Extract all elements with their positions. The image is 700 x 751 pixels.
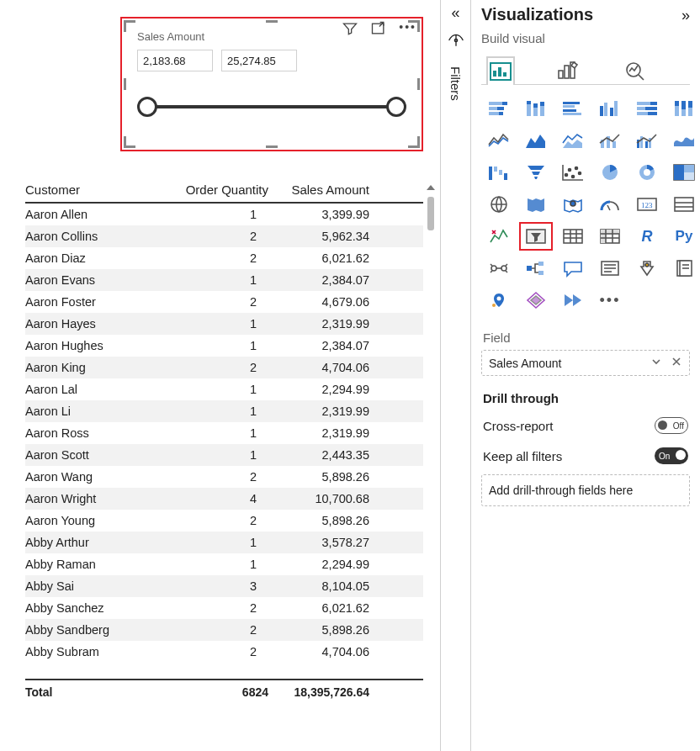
resize-handle[interactable] — [266, 145, 278, 148]
viz-line-clustered-column-icon[interactable] — [633, 129, 661, 152]
table-cell: 6,021.62 — [273, 251, 374, 265]
drill-through-drop-target[interactable]: Add drill-through fields here — [481, 474, 690, 506]
slicer-min-input[interactable] — [137, 50, 213, 71]
svg-rect-13 — [497, 107, 504, 110]
viz-stacked-column-icon[interactable] — [522, 97, 550, 120]
expand-right-icon[interactable]: » — [681, 8, 690, 23]
viz-more-icon[interactable]: ••• — [596, 288, 624, 312]
viz-table-icon[interactable] — [559, 225, 587, 248]
table-row[interactable]: Aaron Hayes12,319.99 — [25, 313, 423, 335]
slider-handle-min[interactable] — [137, 97, 157, 117]
viz-key-influencers-icon[interactable] — [485, 257, 513, 280]
viz-matrix-icon[interactable] — [596, 225, 624, 248]
table-row[interactable]: Aaron Ross12,319.99 — [25, 422, 423, 444]
slicer-visual[interactable]: Sales Amount — [120, 17, 423, 151]
viz-area-icon[interactable] — [522, 129, 550, 152]
table-row[interactable]: Aaron Wang25,898.26 — [25, 466, 423, 488]
column-header-order-quantity[interactable]: Order Quantity — [172, 182, 273, 197]
resize-handle[interactable] — [124, 78, 126, 90]
show-hide-pane-icon[interactable] — [448, 32, 464, 51]
viz-arcgis-icon[interactable] — [485, 288, 513, 312]
viz-ribbon-icon[interactable] — [670, 129, 698, 152]
viz-line-icon[interactable] — [485, 129, 513, 152]
viz-filled-map-icon[interactable] — [522, 193, 550, 216]
table-row[interactable]: Abby Subram24,704.06 — [25, 641, 423, 663]
viz-100-stacked-bar-icon[interactable] — [633, 97, 661, 120]
report-canvas[interactable]: ••• Sales Amount — [0, 0, 441, 751]
range-slider[interactable] — [147, 90, 396, 124]
scrollbar[interactable] — [427, 185, 435, 668]
viz-gauge-icon[interactable] — [596, 193, 624, 216]
column-header-customer[interactable]: Customer — [25, 182, 172, 197]
table-row[interactable]: Aaron Allen13,399.99 — [25, 204, 423, 225]
viz-pie-icon[interactable] — [596, 161, 624, 184]
table-row[interactable]: Abby Sanchez26,021.62 — [25, 597, 423, 619]
table-row[interactable]: Aaron Evans12,384.07 — [25, 269, 423, 291]
resize-handle[interactable] — [417, 78, 420, 90]
table-row[interactable]: Aaron Scott12,443.35 — [25, 444, 423, 466]
viz-stacked-area-icon[interactable] — [559, 129, 587, 152]
scroll-up-icon[interactable] — [427, 185, 435, 190]
table-row[interactable]: Abby Raman12,294.99 — [25, 553, 423, 575]
table-visual[interactable]: Customer Order Quantity Sales Amount Aar… — [25, 180, 423, 701]
remove-field-icon[interactable] — [671, 356, 682, 370]
collapse-left-icon[interactable]: « — [451, 5, 459, 20]
viz-clustered-column-icon[interactable] — [596, 97, 624, 120]
keep-filters-toggle[interactable]: On — [655, 447, 688, 464]
slider-handle-max[interactable] — [386, 97, 406, 117]
table-row[interactable]: Abby Sandberg25,898.26 — [25, 619, 423, 641]
table-row[interactable]: Aaron Diaz26,021.62 — [25, 247, 423, 269]
field-well[interactable]: Sales Amount — [481, 350, 690, 376]
viz-python-visual-icon[interactable]: Py — [670, 225, 698, 248]
viz-100-stacked-column-icon[interactable] — [670, 97, 698, 120]
viz-donut-icon[interactable] — [633, 161, 661, 184]
resize-handle[interactable] — [124, 20, 135, 32]
viz-r-visual-icon[interactable]: R — [633, 225, 661, 248]
viz-treemap-icon[interactable] — [670, 161, 698, 184]
viz-map-icon[interactable] — [485, 193, 513, 216]
viz-narrative-icon[interactable] — [596, 257, 624, 280]
column-header-sales-amount[interactable]: Sales Amount — [273, 182, 374, 197]
table-row[interactable]: Aaron King24,704.06 — [25, 357, 423, 378]
viz-clustered-bar-icon[interactable] — [559, 97, 587, 120]
table-row[interactable]: Aaron Li12,319.99 — [25, 400, 423, 422]
resize-handle[interactable] — [408, 136, 420, 148]
viz-azure-map-icon[interactable] — [559, 193, 587, 216]
scroll-thumb[interactable] — [427, 197, 434, 230]
tab-build-visual[interactable] — [486, 56, 515, 85]
viz-kpi-icon[interactable] — [485, 225, 513, 248]
chevron-down-icon[interactable] — [650, 356, 662, 370]
tab-format-visual[interactable] — [554, 56, 582, 84]
viz-decomposition-tree-icon[interactable] — [522, 257, 550, 280]
table-cell: Aaron Young — [25, 514, 172, 527]
viz-funnel-icon[interactable] — [522, 161, 550, 184]
resize-handle[interactable] — [266, 20, 278, 23]
slicer-max-input[interactable] — [221, 50, 297, 71]
tab-analytics[interactable] — [621, 56, 650, 84]
viz-power-automate-icon[interactable] — [559, 288, 587, 312]
table-row[interactable]: Abby Arthur13,578.27 — [25, 532, 423, 553]
viz-stacked-bar-icon[interactable] — [485, 97, 513, 120]
viz-waterfall-icon[interactable] — [485, 161, 513, 184]
filters-pane-collapsed[interactable]: « Filters — [441, 0, 471, 751]
viz-line-stacked-column-icon[interactable] — [596, 129, 624, 152]
table-row[interactable]: Aaron Foster24,679.06 — [25, 291, 423, 313]
resize-handle[interactable] — [408, 20, 420, 32]
table-row[interactable]: Aaron Collins25,962.34 — [25, 225, 423, 247]
viz-power-apps-icon[interactable] — [522, 288, 550, 312]
viz-multi-row-card-icon[interactable] — [670, 193, 698, 216]
viz-card-icon[interactable]: 123 — [633, 193, 661, 216]
table-row[interactable]: Aaron Lal12,294.99 — [25, 378, 423, 400]
total-order-quantity: 6824 — [172, 685, 273, 699]
viz-scatter-icon[interactable] — [559, 161, 587, 184]
table-row[interactable]: Aaron Wright410,700.68 — [25, 488, 423, 510]
table-row[interactable]: Abby Sai38,104.05 — [25, 575, 423, 597]
viz-paginated-icon[interactable] — [670, 257, 698, 280]
viz-qna-icon[interactable] — [559, 257, 587, 280]
cross-report-toggle[interactable]: Off — [655, 417, 688, 434]
viz-slicer-icon[interactable] — [522, 225, 550, 248]
table-row[interactable]: Aaron Hughes12,384.07 — [25, 335, 423, 357]
resize-handle[interactable] — [124, 136, 135, 148]
table-row[interactable]: Aaron Young25,898.26 — [25, 510, 423, 532]
viz-goals-icon[interactable] — [633, 257, 661, 280]
